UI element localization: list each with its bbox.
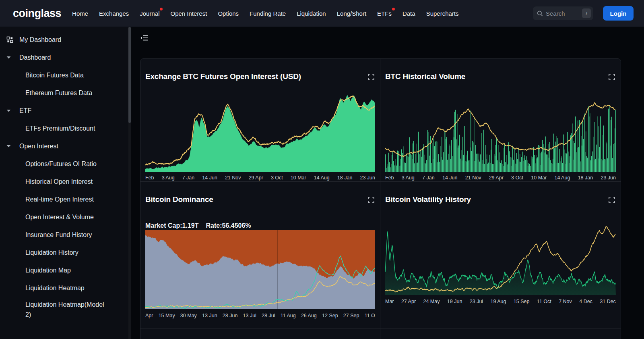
x-axis-label: 15 Sep [514,299,530,304]
x-axis-label: 10 Mar [531,175,547,181]
x-axis-label: Feb [385,175,394,181]
sidebar-scrollbar-thumb[interactable] [128,27,131,123]
nav-item[interactable]: Exchanges [99,10,129,17]
search-icon [537,10,543,17]
nav-item-label: Data [402,10,415,17]
sidebar-scrollbar[interactable] [128,27,131,339]
sidebar-item[interactable]: Insurance Fund History [0,229,131,241]
nav-item-label: Exchanges [99,10,129,17]
chevron-down-icon [6,55,13,60]
sidebar-item[interactable]: Bitcoin Futures Data [0,69,131,81]
x-axis-label: 29 Apr [249,175,263,181]
sidebar-item-label: ETF [19,106,31,116]
top-navbar: coinglass HomeExchangesJournalOpen Inter… [0,0,644,27]
nav-item-label: Journal [140,10,159,17]
x-axis-label: 31 Dec [600,299,616,304]
x-axis-label: 11 Aug [281,313,296,318]
sidebar-item-label: Liquidation Heatmap [25,283,85,293]
x-axis-label: 11 Oct [537,299,551,304]
sidebar-item[interactable]: My Dashboard [0,33,131,46]
sidebar-item[interactable]: ETFs Premium/Discount [0,122,131,134]
expand-icon[interactable] [608,196,616,204]
collapse-sidebar-button[interactable] [139,33,149,43]
dominance-subtitle: Market Cap:1.19T Rate:56.4506% [145,222,251,229]
nav-item[interactable]: Funding Rate [250,10,286,17]
sidebar-item-label: Liquidation History [25,247,78,258]
nav-item[interactable]: Journal [140,10,159,17]
panel-title: Bitcoin Dominance [145,195,213,204]
sidebar-item-label: Bitcoin Futures Data [25,70,84,80]
nav-item[interactable]: ETFs [377,10,392,17]
sidebar: My DashboardDashboardBitcoin Futures Dat… [0,27,131,339]
x-axis-label: 14 Jun [442,175,458,181]
volatility-line-chart[interactable] [385,223,616,295]
x-axis-label: 13 Jun [202,313,217,318]
dashboard-grid-icon [6,36,13,43]
search-box[interactable]: / [533,6,593,20]
login-button[interactable]: Login [603,6,634,21]
x-axis-label: 29 Apr [489,175,504,181]
sidebar-item[interactable]: Options/Futures OI Ratio [0,158,131,170]
nav-menu: HomeExchangesJournalOpen InterestOptions… [72,10,533,17]
x-axis-label: 28 Jun [223,313,238,318]
sidebar-item[interactable]: Open Interest [0,140,131,152]
expand-icon[interactable] [367,196,375,204]
sidebar-item-label: Options/Futures OI Ratio [25,159,97,169]
sidebar-item-label: Insurance Fund History [25,230,92,240]
x-axis-label: 14 Jun [202,175,217,181]
nav-item[interactable]: Liquidation [297,10,326,17]
open-interest-area-chart[interactable] [145,92,375,172]
sidebar-menu: My DashboardDashboardBitcoin Futures Dat… [0,33,131,320]
x-axis-label: 7 Nov [559,299,572,304]
sidebar-item[interactable]: Real-time Open Interest [0,193,131,205]
sidebar-item-label: Ethereum Futures Data [25,88,92,98]
sidebar-item-label: Liquidation Heatmap(Model 2) [25,299,107,320]
nav-item-label: Funding Rate [250,10,286,17]
nav-item-label: Supercharts [426,10,459,17]
expand-icon[interactable] [367,73,375,81]
x-axis-label: 7 Jan [422,175,435,181]
x-axis-label: 23 Jun [360,175,375,181]
sidebar-item[interactable]: Liquidation History [0,246,131,258]
expand-icon[interactable] [608,73,616,81]
x-axis: Feb3 Aug7 Jan14 Jun21 Nov29 Apr3 Oct10 M… [385,175,616,181]
x-axis-label: 3 Oct [271,175,283,181]
nav-item[interactable]: Data [402,10,415,17]
slash-shortcut-key: / [582,8,591,18]
sidebar-item-label: ETFs Premium/Discount [25,123,95,133]
x-axis-label: 19 Jun [447,299,462,304]
panel-title: Bitcoin Volatility History [385,195,471,204]
nav-item[interactable]: Options [218,10,239,17]
panel-partial-right [380,329,621,339]
x-axis-label: 23 Jun [601,175,616,181]
nav-item[interactable]: Open Interest [170,10,207,17]
x-axis-label: 19 Aug [491,299,506,304]
dashboard-grid: Exchange BTC Futures Open Interest (USD)… [140,58,621,339]
dominance-stacked-chart[interactable] [145,230,375,309]
x-axis-label: 14 Aug [554,175,570,181]
nav-item-label: Home [72,10,88,17]
sidebar-item-label: Open Interest & Volume [25,212,94,222]
sidebar-item[interactable]: Ethereum Futures Data [0,87,131,99]
chevron-down-icon [6,108,13,113]
nav-item[interactable]: Supercharts [426,10,459,17]
sidebar-item[interactable]: Historical Open Interest [0,175,131,187]
sidebar-item[interactable]: ETF [0,104,131,116]
search-input[interactable] [546,10,580,17]
sidebar-item[interactable]: Open Interest & Volume [0,211,131,223]
x-axis-label: 12 Sep [322,313,338,318]
sidebar-item[interactable]: Liquidation Heatmap [0,282,131,294]
sidebar-item[interactable]: Liquidation Map [0,264,131,276]
x-axis-label: 21 Nov [225,175,241,181]
x-axis-label: Feb [145,175,154,181]
sidebar-item[interactable]: Liquidation Heatmap(Model 2) [0,299,131,320]
x-axis-label: 15 May [159,313,175,318]
coinglass-logo[interactable]: coinglass [13,7,61,20]
x-axis-label: 3 Oct [511,175,523,181]
x-axis-label: 10 Mar [291,175,306,181]
nav-item[interactable]: Home [72,10,88,17]
volume-bar-chart[interactable] [385,92,616,172]
nav-item[interactable]: Long/Short [337,10,366,17]
sidebar-item[interactable]: Dashboard [0,51,131,63]
x-axis-label: 18 Jan [337,175,353,181]
